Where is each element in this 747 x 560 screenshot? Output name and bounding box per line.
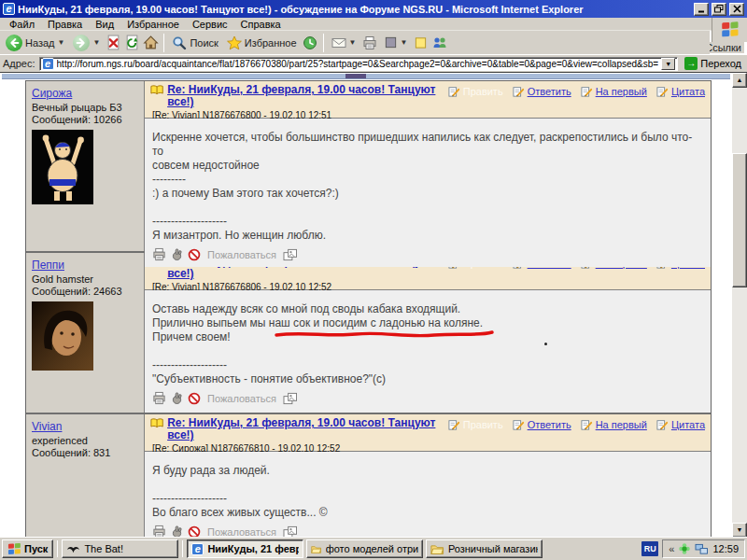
ie-logo-icon: e	[3, 3, 15, 15]
go-button[interactable]: → Переход	[682, 57, 744, 70]
scroll-up-button[interactable]: ▲	[732, 73, 747, 88]
no-entry-icon[interactable]	[188, 392, 201, 405]
post-author-link[interactable]: Vivian	[32, 420, 62, 433]
post-author-link[interactable]: Пеппи	[32, 259, 64, 272]
print-post-icon[interactable]	[152, 247, 166, 261]
red-marker-underline	[274, 328, 498, 341]
address-url: http://forum.ngs.ru/board/acquaintance/f…	[57, 59, 659, 69]
forum-post: Сирожа Вечный рыцарь Б3 Сообщений: 10266…	[26, 81, 711, 253]
complain-label[interactable]: Пожаловаться	[207, 393, 276, 404]
mail-button[interactable]: ▼	[329, 35, 359, 51]
favorites-label: Избранное	[245, 37, 297, 49]
post-header: Re: НииКуды, 21 февраля, 19.00 часов! Та…	[145, 81, 711, 119]
forward-button[interactable]: ▼	[70, 34, 103, 52]
favorites-button[interactable]: Избранное	[224, 35, 300, 51]
forward-dropdown-icon[interactable]: ▼	[92, 38, 100, 47]
edit-button[interactable]: ▼	[381, 35, 411, 50]
post-user-cell: Пеппи Gold hamster Сообщений: 24663	[26, 253, 145, 413]
vertical-scrollbar[interactable]: ▲ ▼	[732, 73, 747, 537]
post-header: Re: НииКуды, 21 февраля, 19.00 часов! Та…	[145, 414, 711, 452]
task-folder-shop[interactable]: Розничный магазин	[426, 539, 543, 558]
reply-link[interactable]: Ответить	[513, 86, 571, 97]
back-icon	[6, 35, 22, 51]
book-icon	[150, 417, 163, 429]
minimize-button[interactable]	[694, 3, 709, 16]
messenger-button[interactable]	[431, 35, 447, 50]
post-author-messages: Сообщений: 831	[32, 447, 138, 458]
no-entry-icon[interactable]	[188, 525, 201, 538]
task-thebat[interactable]: The Bat!	[62, 539, 178, 558]
address-label: Адрес:	[3, 58, 35, 69]
post-body: Я буду рада за людей. ------------------…	[145, 452, 711, 537]
print-post-icon[interactable]	[152, 525, 166, 537]
post-author-link[interactable]: Сирожа	[32, 87, 72, 100]
menu-tools[interactable]: Сервис	[187, 19, 233, 30]
photos-icon[interactable]	[283, 248, 298, 261]
scroll-down-button[interactable]: ▼	[732, 523, 747, 537]
fig-hand-icon[interactable]	[170, 247, 184, 261]
scrollbar-thumb[interactable]	[732, 153, 747, 287]
edit-pencil-icon	[448, 86, 460, 97]
edit-dropdown-icon[interactable]: ▼	[401, 38, 408, 47]
forum-posts-table: Сирожа Вечный рыцарь Б3 Сообщений: 10266…	[25, 80, 712, 537]
reply-first-link[interactable]: На первый	[581, 419, 647, 430]
address-dropdown-button[interactable]: ▼	[661, 58, 675, 70]
menu-bar: Файл Правка Вид Избранное Сервис Справка	[0, 18, 747, 31]
task-folder-photos[interactable]: фото моделей отрисова...	[306, 539, 423, 558]
post-title-link[interactable]: Re: НииКуды, 21 февраля, 19.00 часов! Та…	[167, 84, 448, 108]
search-label: Поиск	[190, 37, 218, 49]
post-text: Я буду рада за людей. ------------------…	[152, 464, 703, 520]
print-post-icon[interactable]	[152, 391, 166, 405]
network-icon[interactable]	[695, 543, 709, 555]
stop-icon	[106, 35, 121, 50]
post-body: Оставь надежду всяк со мной под своды ка…	[145, 290, 711, 413]
start-button[interactable]: Пуск	[2, 539, 53, 558]
back-label: Назад	[25, 37, 55, 49]
back-button[interactable]: Назад ▼	[3, 34, 67, 52]
quote-link[interactable]: Цитата	[656, 419, 705, 430]
clock[interactable]: 12:59	[712, 543, 739, 554]
mail-dropdown-icon[interactable]: ▼	[349, 38, 357, 47]
post-footer: Пожаловаться	[152, 247, 703, 261]
refresh-button[interactable]	[124, 35, 140, 50]
no-entry-icon[interactable]	[188, 248, 201, 261]
photos-icon[interactable]	[283, 525, 298, 538]
messenger-icon	[432, 35, 447, 50]
menu-help[interactable]: Справка	[235, 19, 287, 30]
close-button[interactable]	[729, 3, 744, 16]
complain-label[interactable]: Пожаловаться	[207, 249, 276, 260]
language-indicator[interactable]: RU	[641, 541, 658, 556]
bat-icon	[66, 544, 80, 554]
menu-view[interactable]: Вид	[90, 19, 120, 30]
complain-label[interactable]: Пожаловаться	[207, 526, 276, 538]
tray-expand-chevron-icon[interactable]: «	[669, 543, 674, 554]
windows-flag-icon	[721, 21, 740, 39]
history-button[interactable]	[303, 35, 318, 50]
print-button[interactable]	[362, 35, 378, 50]
menu-favorites[interactable]: Избранное	[121, 19, 185, 30]
history-icon	[303, 35, 317, 50]
task-ie-forum[interactable]: e НииКуды, 21 февра...	[187, 539, 303, 558]
quote-link[interactable]: Цитата	[656, 86, 705, 97]
stop-button[interactable]	[106, 35, 121, 50]
discuss-button[interactable]	[413, 35, 429, 50]
post-title-link[interactable]: Re: НииКуды, 21 февраля, 19.00 часов! Та…	[167, 417, 448, 441]
fig-hand-icon[interactable]	[170, 391, 184, 405]
edit-post-link: Править	[448, 86, 503, 97]
taskbar-separator	[182, 540, 183, 557]
banner-mark	[345, 74, 366, 78]
photos-icon[interactable]	[283, 392, 298, 405]
search-button[interactable]: Поиск	[169, 35, 220, 51]
menu-file[interactable]: Файл	[4, 19, 40, 30]
restore-button[interactable]	[712, 3, 726, 16]
menu-edit[interactable]: Правка	[42, 19, 88, 30]
close-icon	[733, 5, 741, 13]
address-input[interactable]: e http://forum.ngs.ru/board/acquaintance…	[39, 57, 679, 71]
reply-link[interactable]: Ответить	[513, 419, 571, 430]
reply-first-link[interactable]: На первый	[581, 86, 647, 97]
post-user-cell: Сирожа Вечный рыцарь Б3 Сообщений: 10266	[26, 81, 145, 251]
fig-hand-icon[interactable]	[170, 525, 184, 537]
back-dropdown-icon[interactable]: ▼	[58, 38, 65, 47]
icq-flower-icon[interactable]	[678, 542, 691, 555]
home-button[interactable]	[143, 35, 159, 50]
